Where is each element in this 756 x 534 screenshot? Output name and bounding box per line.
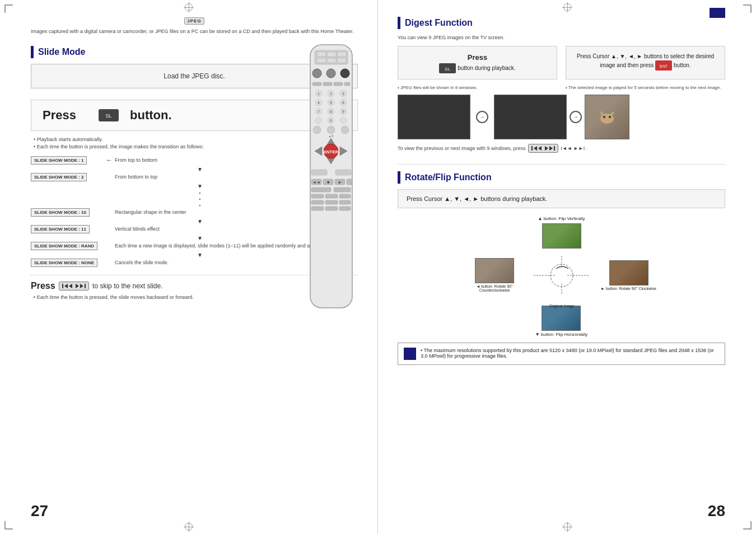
svg-rect-64 xyxy=(325,200,338,204)
svg-rect-4 xyxy=(317,52,326,57)
rotate-down-group: ▼ button: Flip Horizontally xyxy=(535,306,588,337)
skip-prev-icon xyxy=(64,284,68,288)
svg-rect-13 xyxy=(312,82,321,86)
svg-point-35 xyxy=(315,117,322,124)
rotate-up-image xyxy=(542,223,581,249)
rotate-left-image xyxy=(475,258,514,283)
bottom-note-text: • The maximum resolutions supported by t… xyxy=(421,348,719,359)
to-note: To view the previous or next image with … xyxy=(398,144,725,153)
digest-step2-text: Press Cursor ▲, ▼, ◄, ► buttons to selec… xyxy=(577,53,714,68)
digest-grid-image xyxy=(398,95,470,139)
skip-next2-icon xyxy=(80,284,83,288)
svg-rect-61 xyxy=(325,194,338,198)
digest-bullet1-text: • JPEG files will be shown in 9 windows. xyxy=(398,85,557,90)
to-note-next2 xyxy=(549,146,553,151)
svg-rect-60 xyxy=(311,194,324,198)
skip-next-icon xyxy=(76,284,79,288)
to-note-text: To view the previous or next image with … xyxy=(398,146,526,151)
rotate-down-label: ▼ button: Flip Horizontally xyxy=(535,332,588,337)
digest-arrow-2: → xyxy=(570,95,582,139)
rotate-left-label: ◄ button: Rotate 90° Counterclockwise xyxy=(466,284,522,292)
svg-text:7: 7 xyxy=(318,110,320,114)
slide-mode-badge-rand: SLIDE SHOW MODE : RAND xyxy=(31,242,97,250)
digest-selected-grid xyxy=(494,95,567,139)
digest-bullet-1: • JPEG files will be shown in 9 windows. xyxy=(398,85,557,90)
skip-text: to skip to the next slide. xyxy=(92,282,162,290)
svg-text:SL: SL xyxy=(105,113,111,119)
digest-title: Digest Function xyxy=(405,18,473,28)
digest-selected-images: → xyxy=(494,95,629,139)
remote-control: 1 2 3 4 5 6 7 8 9 0 xyxy=(305,42,358,312)
section-bar-digest xyxy=(398,17,400,29)
cat-image xyxy=(585,95,629,139)
svg-text:SL: SL xyxy=(445,67,451,72)
note-blue-square xyxy=(404,348,416,360)
slide-mode-badge-2: SLIDE SHOW MODE : 2 xyxy=(31,173,87,181)
to-note-bar-left xyxy=(531,146,533,151)
svg-rect-49 xyxy=(311,170,327,175)
svg-text:2: 2 xyxy=(330,92,332,96)
svg-rect-62 xyxy=(339,194,351,198)
to-note-prev2 xyxy=(538,146,542,151)
remote-control-svg: 1 2 3 4 5 6 7 8 9 0 xyxy=(305,42,358,311)
svg-rect-67 xyxy=(325,207,338,210)
media-bar-right xyxy=(85,284,86,288)
page-number-left: 27 xyxy=(31,502,48,520)
skip-buttons xyxy=(59,282,90,291)
svg-point-11 xyxy=(326,69,335,78)
svg-text:9: 9 xyxy=(342,110,344,114)
digest-bullet2-content: The selected image is played for 5 secon… xyxy=(568,85,721,90)
rotate-diagram: ▲ button: Flip Vertically ◄ button: Rota… xyxy=(398,216,725,337)
digest-subtitle: You can view 9 JPEG images on the TV scr… xyxy=(398,35,725,40)
svg-text:4: 4 xyxy=(318,101,320,105)
to-note-2: I◄◄ ►►I . xyxy=(561,146,587,151)
rotate-right-image xyxy=(609,260,648,285)
svg-rect-58 xyxy=(311,188,331,192)
svg-text:0: 0 xyxy=(330,119,332,123)
svg-text:►: ► xyxy=(338,180,342,184)
svg-point-10 xyxy=(312,69,321,78)
skip-press-label: Press xyxy=(31,281,55,291)
svg-rect-57 xyxy=(347,179,352,185)
svg-rect-9 xyxy=(337,58,346,63)
digest-step2-button: button. xyxy=(674,62,691,68)
rotate-dashed-svg xyxy=(528,253,595,298)
rotate-title: Rotate/Flip Function xyxy=(405,172,492,182)
digest-section: Digest Function You can view 9 JPEG imag… xyxy=(398,17,725,153)
press-button-label: button. xyxy=(130,108,172,123)
page-indicator xyxy=(710,8,725,18)
svg-point-38 xyxy=(340,117,347,124)
arrow-right-1: ← xyxy=(106,156,113,164)
svg-text:3: 3 xyxy=(342,92,344,96)
page-number-right: 28 xyxy=(708,502,725,520)
press-label: Press xyxy=(43,108,87,123)
slide-button-icon: SL xyxy=(99,109,119,121)
jpeg-badge: JPEG xyxy=(184,17,204,25)
to-note-skip-buttons xyxy=(528,144,559,153)
svg-rect-6 xyxy=(337,52,346,57)
digest-arrow-icon-2: → xyxy=(570,111,582,123)
svg-rect-5 xyxy=(327,52,336,57)
svg-text:8: 8 xyxy=(330,110,332,114)
digest-arrow-icon: → xyxy=(476,111,488,123)
digest-step1-press: Press xyxy=(404,52,551,63)
digest-header: Digest Function xyxy=(398,17,725,29)
rotate-press-box: Press Cursor ▲, ▼, ◄, ► buttons during p… xyxy=(398,189,725,208)
media-bar-left xyxy=(62,284,63,288)
svg-rect-14 xyxy=(323,82,332,86)
svg-rect-63 xyxy=(311,200,324,204)
rotate-center: Original image xyxy=(528,253,595,298)
load-disc-text: Load the JPEG disc. xyxy=(164,72,225,80)
to-note-prev xyxy=(534,146,537,151)
svg-text:◄◄: ◄◄ xyxy=(312,180,320,184)
rotate-right-group: ► button: Rotate 90° Clockwise xyxy=(601,260,656,291)
svg-rect-50 xyxy=(335,170,351,175)
rotate-press-text: Press Cursor ▲, ▼, ◄, ► buttons during p… xyxy=(407,195,547,202)
svg-rect-7 xyxy=(317,58,326,63)
svg-text:ENTER: ENTER xyxy=(323,149,338,154)
digest-step-2: Press Cursor ▲, ▼, ◄, ► buttons to selec… xyxy=(566,46,725,79)
svg-rect-59 xyxy=(334,188,351,192)
slide-mode-badge-11: SLIDE SHOW MODE : 11 xyxy=(31,225,90,233)
bottom-note-box: • The maximum resolutions supported by t… xyxy=(398,343,725,365)
slide-mode-badge-1: SLIDE SHOW MODE : 1 xyxy=(31,156,87,165)
